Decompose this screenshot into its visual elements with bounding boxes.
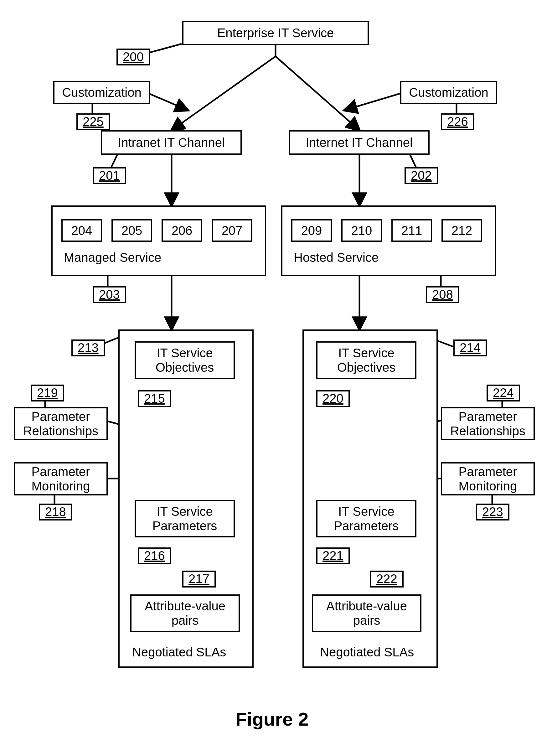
managed-sub-207: 207 bbox=[212, 219, 252, 242]
ref-217: 217 bbox=[182, 571, 216, 588]
neg-sla-right-label: Negotiated SLAs bbox=[320, 645, 414, 659]
attr-left-box: Attribute-value pairs bbox=[130, 594, 240, 632]
ref-206: 206 bbox=[171, 223, 192, 238]
hosted-sub-210: 210 bbox=[341, 219, 382, 242]
enterprise-label: Enterprise IT Service bbox=[217, 26, 334, 40]
attr-right-label: Attribute-value pairs bbox=[326, 599, 407, 628]
managed-sub-205: 205 bbox=[112, 219, 152, 242]
param-rel-right-box: Parameter Relationships bbox=[441, 407, 535, 440]
param-mon-right-box: Parameter Monitoring bbox=[441, 462, 535, 495]
managed-sub-206: 206 bbox=[162, 219, 202, 242]
param-rel-left-box: Parameter Relationships bbox=[14, 407, 108, 440]
objectives-left-box: IT Service Objectives bbox=[135, 341, 235, 379]
figure-caption: Figure 2 bbox=[236, 709, 308, 730]
diagram-canvas: Enterprise IT Service 200 Customization … bbox=[0, 0, 552, 756]
customization-right-label: Customization bbox=[409, 85, 488, 100]
hosted-sub-211: 211 bbox=[391, 219, 432, 242]
neg-sla-left-label: Negotiated SLAs bbox=[132, 645, 226, 659]
ref-220: 220 bbox=[316, 390, 350, 407]
param-rel-left-label: Parameter Relationships bbox=[23, 409, 98, 438]
ref-209: 209 bbox=[301, 223, 322, 238]
ref-219: 219 bbox=[31, 385, 64, 401]
customization-right-box: Customization bbox=[400, 81, 497, 104]
customization-left-label: Customization bbox=[62, 85, 141, 100]
ref-212: 212 bbox=[451, 223, 472, 238]
ref-213: 213 bbox=[72, 340, 105, 356]
ref-204: 204 bbox=[72, 223, 92, 238]
ref-215: 215 bbox=[138, 390, 171, 407]
managed-sub-204: 204 bbox=[61, 219, 102, 242]
ref-202: 202 bbox=[405, 167, 438, 184]
svg-line-4 bbox=[344, 93, 401, 110]
ref-226: 226 bbox=[441, 113, 474, 130]
ref-218: 218 bbox=[39, 504, 72, 520]
objectives-right-label: IT Service Objectives bbox=[337, 346, 396, 375]
svg-line-2 bbox=[276, 56, 360, 130]
ref-224: 224 bbox=[487, 385, 520, 401]
param-mon-right-label: Parameter Monitoring bbox=[459, 465, 517, 493]
hosted-sub-212: 212 bbox=[441, 219, 482, 242]
attr-right-box: Attribute-value pairs bbox=[312, 594, 421, 632]
ref-200: 200 bbox=[117, 48, 150, 66]
ref-203: 203 bbox=[93, 286, 126, 303]
ref-201: 201 bbox=[93, 167, 126, 184]
param-rel-right-label: Parameter Relationships bbox=[450, 409, 525, 438]
ref-211: 211 bbox=[401, 223, 422, 238]
ref-222: 222 bbox=[370, 571, 404, 588]
objectives-left-label: IT Service Objectives bbox=[156, 346, 214, 375]
internet-channel-box: Internet IT Channel bbox=[289, 130, 430, 155]
param-mon-left-label: Parameter Monitoring bbox=[32, 465, 90, 493]
intranet-label: Intranet IT Channel bbox=[118, 135, 225, 150]
intranet-channel-box: Intranet IT Channel bbox=[101, 130, 242, 155]
managed-service-label: Managed Service bbox=[64, 251, 161, 264]
params-left-label: IT Service Parameters bbox=[152, 504, 217, 533]
param-mon-left-box: Parameter Monitoring bbox=[14, 462, 108, 495]
ref-221: 221 bbox=[316, 547, 350, 564]
enterprise-it-service-box: Enterprise IT Service bbox=[182, 21, 369, 45]
ref-214: 214 bbox=[453, 340, 487, 356]
ref-208: 208 bbox=[426, 286, 459, 303]
params-right-label: IT Service Parameters bbox=[334, 504, 399, 533]
ref-210: 210 bbox=[351, 223, 372, 238]
svg-line-3 bbox=[148, 93, 188, 110]
ref-205: 205 bbox=[122, 223, 142, 238]
internet-label: Internet IT Channel bbox=[306, 135, 413, 150]
objectives-right-box: IT Service Objectives bbox=[316, 341, 416, 379]
ref-223: 223 bbox=[476, 504, 510, 520]
ref-216: 216 bbox=[138, 547, 171, 564]
hosted-service-label: Hosted Service bbox=[294, 251, 379, 264]
hosted-sub-209: 209 bbox=[291, 219, 332, 242]
svg-line-1 bbox=[171, 56, 276, 130]
params-left-box: IT Service Parameters bbox=[135, 500, 235, 537]
customization-left-box: Customization bbox=[53, 81, 150, 104]
attr-left-label: Attribute-value pairs bbox=[145, 599, 226, 628]
ref-207: 207 bbox=[222, 223, 243, 238]
params-right-box: IT Service Parameters bbox=[316, 500, 416, 537]
ref-225: 225 bbox=[77, 113, 110, 130]
